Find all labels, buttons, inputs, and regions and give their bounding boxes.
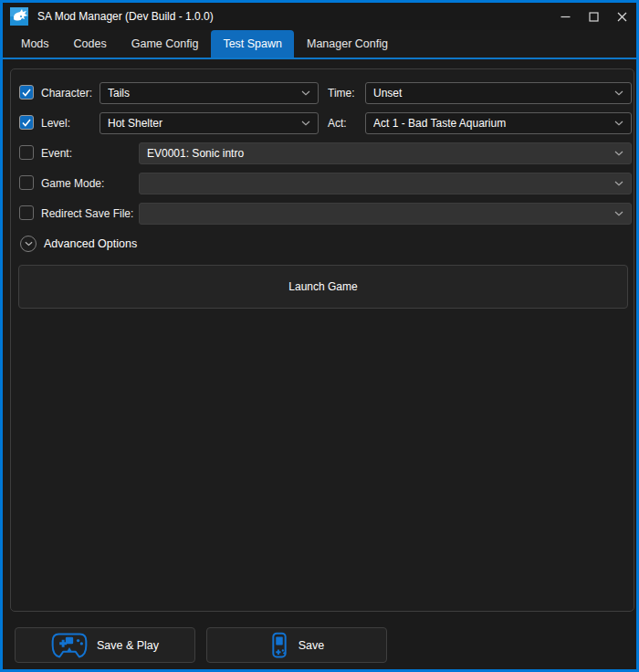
tab-game-config[interactable]: Game Config [120, 30, 211, 58]
tab-manager-config[interactable]: Manager Config [295, 30, 400, 58]
game-mode-label: Game Mode: [41, 176, 104, 191]
level-dropdown-value: Hot Shelter [108, 117, 296, 130]
redirect-save-file-checkbox[interactable] [19, 205, 34, 220]
event-dropdown-value: EV0001: Sonic intro [147, 147, 609, 160]
save-and-play-label: Save & Play [97, 639, 159, 652]
character-dropdown-value: Tails [108, 87, 296, 100]
tab-manager-config-label: Manager Config [307, 37, 388, 50]
tab-mods-label: Mods [21, 37, 49, 50]
advanced-options-label: Advanced Options [44, 237, 137, 250]
tab-codes[interactable]: Codes [62, 30, 119, 58]
maximize-button[interactable] [580, 4, 608, 29]
chevron-down-icon [614, 121, 623, 126]
maximize-icon [589, 12, 599, 22]
time-dropdown[interactable]: Unset [365, 82, 632, 104]
expander-chevron-circle-icon [20, 236, 37, 252]
test-spawn-panel: Character: Tails Time: Unset Level: Hot … [10, 68, 634, 612]
act-label: Act: [328, 116, 347, 131]
checkmark-icon [22, 89, 31, 97]
gamepad-icon [51, 632, 88, 659]
character-label: Character: [41, 86, 92, 100]
character-dropdown[interactable]: Tails [100, 82, 319, 104]
tab-test-spawn[interactable]: Test Spawn [211, 30, 294, 58]
game-mode-checkbox[interactable] [19, 175, 34, 190]
event-checkbox[interactable] [19, 145, 34, 160]
chevron-down-icon [301, 90, 310, 96]
save-and-play-button[interactable]: Save & Play [15, 627, 195, 663]
redirect-save-file-dropdown[interactable] [139, 203, 632, 225]
app-window: SA Mod Manager (Dev Build - 1.0.0) M [0, 0, 639, 672]
window-controls [551, 3, 636, 30]
minimize-icon [560, 12, 571, 22]
chevron-down-icon [301, 121, 310, 126]
act-dropdown[interactable]: Act 1 - Bad Taste Aquarium [365, 112, 632, 134]
level-dropdown[interactable]: Hot Shelter [100, 112, 319, 134]
launch-game-label: Launch Game [288, 280, 357, 293]
event-label: Event: [41, 146, 72, 161]
chevron-down-icon [614, 211, 623, 216]
chevron-down-icon [614, 151, 623, 156]
chevron-down-icon [25, 241, 33, 247]
close-button[interactable] [608, 4, 636, 29]
tab-bar: Mods Codes Game Config Test Spawn Manage… [3, 30, 636, 59]
character-checkbox[interactable] [19, 85, 34, 100]
vmu-save-icon [269, 632, 289, 659]
redirect-save-file-label: Redirect Save File: [41, 206, 133, 221]
launch-game-button[interactable]: Launch Game [18, 265, 628, 309]
game-mode-dropdown[interactable] [139, 173, 632, 194]
checkmark-icon [22, 119, 31, 127]
tab-mods[interactable]: Mods [9, 30, 61, 58]
event-dropdown[interactable]: EV0001: Sonic intro [139, 142, 632, 164]
level-checkbox[interactable] [19, 115, 34, 130]
titlebar: SA Mod Manager (Dev Build - 1.0.0) [3, 3, 636, 30]
tab-game-config-label: Game Config [131, 37, 199, 50]
chevron-down-icon [614, 90, 623, 96]
level-label: Level: [41, 116, 70, 131]
window-title: SA Mod Manager (Dev Build - 1.0.0) [37, 10, 214, 23]
time-dropdown-value: Unset [373, 87, 609, 100]
act-dropdown-value: Act 1 - Bad Taste Aquarium [373, 117, 609, 130]
save-button[interactable]: Save [206, 627, 387, 663]
tab-codes-label: Codes [74, 37, 107, 50]
minimize-button[interactable] [551, 4, 580, 29]
time-label: Time: [328, 86, 355, 100]
close-icon [617, 12, 627, 22]
save-label: Save [299, 639, 325, 652]
chevron-down-icon [614, 181, 623, 186]
app-logo-sonic-icon [10, 7, 28, 26]
advanced-options-expander[interactable]: Advanced Options [20, 236, 137, 252]
tab-test-spawn-label: Test Spawn [223, 37, 282, 50]
